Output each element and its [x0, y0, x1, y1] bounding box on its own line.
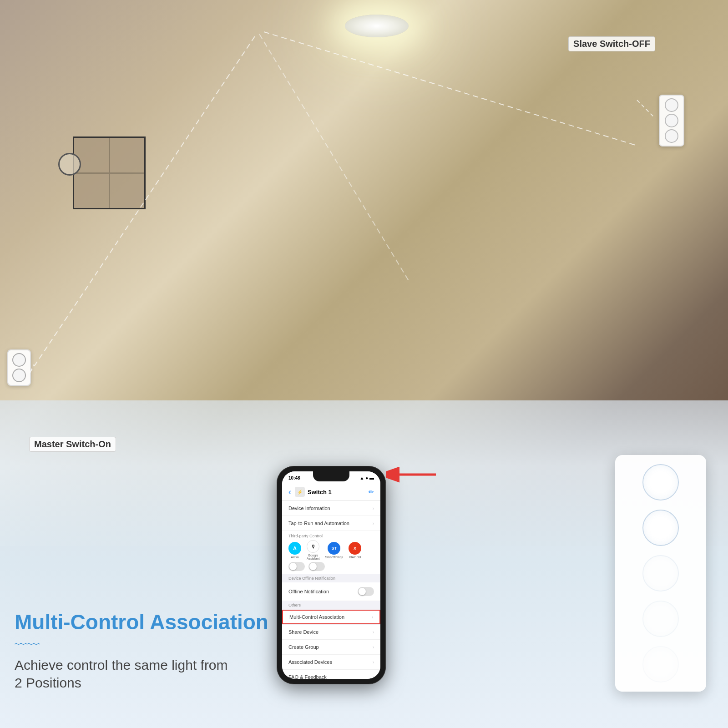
google-assistant-icon[interactable]: 🎙 GoogleAssistant	[307, 540, 319, 560]
touch-button-1[interactable]	[642, 464, 679, 500]
menu-item-tap-to-run[interactable]: Tap-to-Run and Automation ›	[282, 516, 380, 531]
offline-toggle[interactable]	[358, 587, 374, 596]
toggle-google[interactable]	[308, 562, 325, 571]
phone-device-title: Switch 1	[308, 489, 332, 495]
slave-switch-label: Slave Switch-OFF	[568, 36, 655, 51]
offline-section-label: Device Offline Notification	[282, 574, 380, 582]
master-switch-box	[7, 349, 31, 386]
master-switch-label: Master Switch-On	[29, 437, 116, 452]
touch-button-5[interactable]	[642, 646, 679, 682]
wave-decoration: 〰〰	[15, 637, 306, 652]
content-area: Multi-Control Association 〰〰 Achieve con…	[15, 611, 306, 692]
subtitle: Achieve control the same light from 2 Po…	[15, 656, 306, 692]
phone-screen: 10:48 ▲ ● ▬ ‹ ⚡ Switch 1 ✏ Device Inform…	[282, 471, 380, 679]
phone-body: 10:48 ▲ ● ▬ ‹ ⚡ Switch 1 ✏ Device Inform…	[277, 466, 386, 684]
touch-button-4[interactable]	[642, 601, 679, 637]
third-party-label: Third-party Control	[288, 534, 374, 538]
smartthings-icon[interactable]: ST SmartThings	[325, 542, 343, 559]
menu-item-associated-devices[interactable]: Associated Devices ›	[282, 655, 380, 670]
slave-switch-box	[659, 95, 684, 147]
phone-mockup: 10:48 ▲ ● ▬ ‹ ⚡ Switch 1 ✏ Device Inform…	[277, 466, 386, 684]
toggle-alexa[interactable]	[288, 562, 305, 571]
offline-notification-row[interactable]: Offline Notification	[282, 582, 380, 601]
subtitle-line2: 2 Positions	[15, 675, 81, 690]
phone-title-area: ⚡ Switch 1	[295, 487, 332, 497]
smart-switch-device	[615, 455, 706, 692]
status-time: 10:48	[288, 475, 300, 480]
ceiling-light	[345, 15, 409, 37]
slave-switch-label-text: Slave Switch-OFF	[573, 39, 650, 49]
device-icon: ⚡	[295, 487, 305, 497]
phone-header: ‹ ⚡ Switch 1 ✏	[282, 484, 380, 501]
subtitle-line1: Achieve control the same light from	[15, 657, 228, 672]
menu-item-share-device[interactable]: Share Device ›	[282, 625, 380, 640]
menu-item-create-group[interactable]: Create Group ›	[282, 640, 380, 655]
phone-notch	[313, 471, 349, 481]
xiaodu-icon[interactable]: X XIAODU	[349, 542, 361, 559]
touch-button-3[interactable]	[642, 555, 679, 592]
others-section-label: Others	[282, 601, 380, 609]
edit-icon[interactable]: ✏	[369, 488, 374, 495]
red-arrow	[386, 463, 440, 488]
status-icons: ▲ ● ▬	[360, 475, 374, 480]
master-switch-label-text: Master Switch-On	[34, 439, 111, 449]
menu-item-device-info[interactable]: Device Information ›	[282, 501, 380, 516]
menu-item-faq[interactable]: FAQ & Feedback ›	[282, 670, 380, 679]
alexa-icon[interactable]: A Alexa	[288, 542, 301, 559]
third-party-control-section: Third-party Control A Alexa 🎙 GoogleAssi…	[282, 531, 380, 574]
third-party-icons-row: A Alexa 🎙 GoogleAssistant ST	[288, 540, 374, 560]
menu-item-multi-control[interactable]: Multi-Control Association ›	[282, 610, 380, 624]
touch-button-2[interactable]	[642, 510, 679, 546]
main-title: Multi-Control Association	[15, 611, 306, 634]
back-icon[interactable]: ‹	[288, 487, 291, 497]
